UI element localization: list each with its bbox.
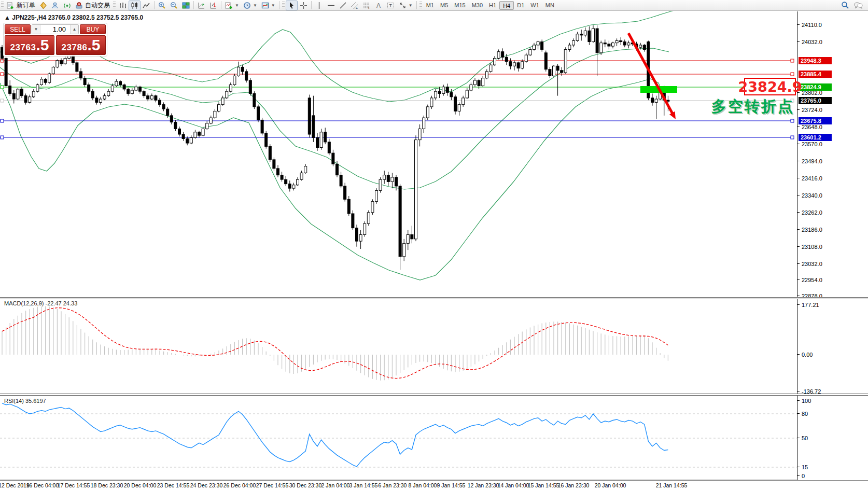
line-anchor[interactable] [791,73,794,76]
candle-body [568,45,571,49]
mql-wizard-button[interactable] [37,1,49,10]
timeframe-mn[interactable]: MN [542,1,557,10]
line-chart-button[interactable] [141,1,152,10]
chat-button[interactable] [851,1,865,10]
timeframe-m1[interactable]: M1 [423,1,437,10]
fibonacci-tool-button[interactable]: F [361,1,373,10]
dropdown-caret-icon: ▼ [235,3,239,8]
zoom-out-button[interactable] [168,1,180,10]
line-anchor[interactable] [791,59,794,62]
date-label: 16 Dec 04:00 [26,482,59,488]
candlestick-chart-button[interactable] [129,1,141,10]
panel-separator[interactable] [0,297,868,299]
zoom-in-button[interactable] [156,1,168,10]
volume-input[interactable]: 1.00 [40,25,70,34]
candle-body [119,81,122,85]
line-anchor[interactable] [1,86,4,89]
text-tool-button[interactable]: A [373,1,385,10]
horizontal-line-tool-button[interactable] [325,1,337,10]
crosshair-icon [300,2,307,9]
candle-body [304,166,307,173]
toolbar-separator [311,1,312,9]
timeframe-w1[interactable]: W1 [527,1,542,10]
templates-button[interactable]: ▼ [259,1,277,10]
buy-button[interactable]: BUY [80,24,106,34]
candle-body [442,87,445,94]
candle-body [174,122,177,129]
candle-body [513,63,516,66]
candle-body [269,146,271,159]
profiles-button[interactable] [49,1,61,10]
price-callout-label[interactable]: 23824.9 [744,78,796,95]
crosshair-tool-button[interactable] [298,1,310,10]
signals-button[interactable] [61,1,73,10]
candle-body [328,142,330,153]
date-label: 6 Jan 23:30 [379,482,407,488]
candle-body [221,98,224,105]
toolbar-grip [1,2,4,9]
periods-button[interactable]: ▼ [241,1,259,10]
candle-body [489,65,492,72]
timeframe-m30[interactable]: M30 [469,1,486,10]
arrows-tool-button[interactable]: ▼ [397,1,415,10]
price-tick: 23262.0 [797,209,868,216]
candle-body [344,186,346,199]
tick-mark [797,144,800,144]
line-anchor[interactable] [1,99,4,102]
channel-tool-button[interactable]: E [349,1,361,10]
chart-canvas[interactable] [0,0,868,490]
chinese-annotation[interactable]: 多空转折点 [711,96,794,117]
candle-body [470,85,472,90]
candle-body [312,116,315,137]
bar-chart-button[interactable] [117,1,129,10]
volume-increase-button[interactable]: ▲ [70,25,78,34]
sell-price-panel[interactable]: 23763 .5 [5,35,54,55]
new-order-button[interactable]: 新订单 [5,1,37,10]
auto-scroll-button[interactable] [195,1,207,10]
line-anchor[interactable] [1,136,4,139]
timeframe-h1[interactable]: H1 [486,1,499,10]
date-label: 12 Dec 2019 [0,482,30,488]
search-button[interactable] [839,1,851,10]
trendline-tool-button[interactable] [337,1,349,10]
date-label: 26 Dec 04:00 [223,482,256,488]
buy-price-main: 23786 [62,43,88,53]
cursor-tool-button[interactable] [286,1,298,10]
timeframe-m5[interactable]: M5 [437,1,451,10]
chart-shift-button[interactable] [207,1,219,10]
text-label-tool-button[interactable]: T [385,1,397,10]
timeframe-h4[interactable]: H4 [499,1,514,10]
candle-body [332,153,334,164]
vertical-line-tool-button[interactable] [313,1,325,10]
candle-body [482,78,484,86]
collapse-triangle-icon[interactable]: ▲ [4,14,10,21]
line-anchor[interactable] [1,73,4,76]
timeframe-m15[interactable]: M15 [451,1,468,10]
search-icon [841,1,849,9]
line-anchor[interactable] [791,119,794,122]
zoom-out-icon [170,2,178,9]
sell-button[interactable]: SELL [5,24,31,34]
indicators-button[interactable]: ▼ [223,1,241,10]
candle-body [218,105,220,111]
candle-body [166,109,169,116]
tick-label: 0.00 [802,352,813,358]
tick-mark [797,246,800,247]
tile-windows-button[interactable] [180,1,192,10]
line-anchor[interactable] [1,119,4,122]
timeframe-d1[interactable]: D1 [514,1,527,10]
buy-price-panel[interactable]: 23786 .5 [56,35,106,55]
tick-label: 24110.0 [802,22,822,28]
volume-decrease-button[interactable]: ▼ [32,25,40,34]
panel-separator[interactable] [0,394,868,396]
price-axis[interactable]: 24110.024032.023802.023724.023648.023570… [797,11,868,480]
candle-body [340,175,342,186]
candle-body [83,78,86,85]
text-icon: A [375,2,383,9]
line-anchor[interactable] [791,136,794,139]
candle-body [249,80,251,93]
rsi-tick: 80 [797,410,868,417]
bollinger-middle [0,48,669,189]
autotrade-button[interactable]: 自动交易 [73,1,112,10]
time-axis[interactable]: 12 Dec 201916 Dec 04:0017 Dec 14:5518 De… [0,481,868,490]
